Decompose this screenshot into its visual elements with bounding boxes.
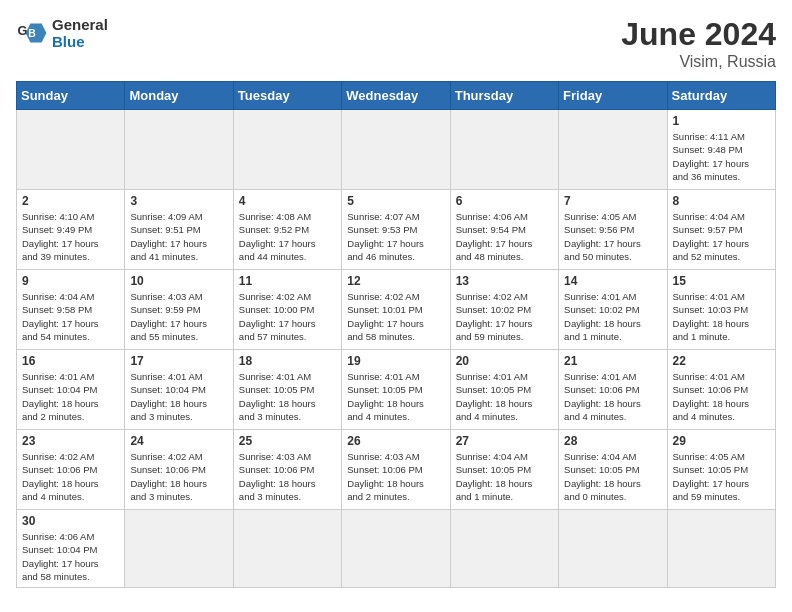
day-number: 15	[673, 274, 770, 288]
day-info: Sunrise: 4:02 AMSunset: 10:02 PMDaylight…	[456, 290, 553, 343]
calendar-cell: 27Sunrise: 4:04 AMSunset: 10:05 PMDaylig…	[450, 430, 558, 510]
day-info: Sunrise: 4:02 AMSunset: 10:06 PMDaylight…	[22, 450, 119, 503]
day-number: 5	[347, 194, 444, 208]
day-number: 17	[130, 354, 227, 368]
day-info: Sunrise: 4:08 AMSunset: 9:52 PMDaylight:…	[239, 210, 336, 263]
calendar-cell: 1Sunrise: 4:11 AMSunset: 9:48 PMDaylight…	[667, 110, 775, 190]
day-number: 7	[564, 194, 661, 208]
day-number: 30	[22, 514, 119, 528]
calendar-cell: 10Sunrise: 4:03 AMSunset: 9:59 PMDayligh…	[125, 270, 233, 350]
page-header: G B General Blue June 2024 Visim, Russia	[16, 16, 776, 71]
month-title: June 2024	[621, 16, 776, 53]
calendar-cell: 3Sunrise: 4:09 AMSunset: 9:51 PMDaylight…	[125, 190, 233, 270]
day-number: 14	[564, 274, 661, 288]
calendar-week-row: 30Sunrise: 4:06 AMSunset: 10:04 PMDaylig…	[17, 510, 776, 588]
calendar-cell: 24Sunrise: 4:02 AMSunset: 10:06 PMDaylig…	[125, 430, 233, 510]
day-number: 1	[673, 114, 770, 128]
title-area: June 2024 Visim, Russia	[621, 16, 776, 71]
day-number: 28	[564, 434, 661, 448]
calendar-cell: 25Sunrise: 4:03 AMSunset: 10:06 PMDaylig…	[233, 430, 341, 510]
day-info: Sunrise: 4:06 AMSunset: 9:54 PMDaylight:…	[456, 210, 553, 263]
day-number: 25	[239, 434, 336, 448]
calendar-cell	[233, 110, 341, 190]
day-number: 11	[239, 274, 336, 288]
calendar-week-row: 9Sunrise: 4:04 AMSunset: 9:58 PMDaylight…	[17, 270, 776, 350]
day-info: Sunrise: 4:11 AMSunset: 9:48 PMDaylight:…	[673, 130, 770, 183]
svg-text:B: B	[28, 28, 36, 39]
days-header-row: SundayMondayTuesdayWednesdayThursdayFrid…	[17, 82, 776, 110]
calendar-cell	[667, 510, 775, 588]
calendar-cell: 30Sunrise: 4:06 AMSunset: 10:04 PMDaylig…	[17, 510, 125, 588]
day-number: 22	[673, 354, 770, 368]
day-info: Sunrise: 4:03 AMSunset: 10:06 PMDaylight…	[347, 450, 444, 503]
calendar-cell: 4Sunrise: 4:08 AMSunset: 9:52 PMDaylight…	[233, 190, 341, 270]
calendar-cell: 18Sunrise: 4:01 AMSunset: 10:05 PMDaylig…	[233, 350, 341, 430]
day-number: 27	[456, 434, 553, 448]
calendar-cell: 7Sunrise: 4:05 AMSunset: 9:56 PMDaylight…	[559, 190, 667, 270]
day-info: Sunrise: 4:05 AMSunset: 9:56 PMDaylight:…	[564, 210, 661, 263]
day-number: 6	[456, 194, 553, 208]
col-header-monday: Monday	[125, 82, 233, 110]
day-info: Sunrise: 4:10 AMSunset: 9:49 PMDaylight:…	[22, 210, 119, 263]
day-info: Sunrise: 4:02 AMSunset: 10:01 PMDaylight…	[347, 290, 444, 343]
calendar-cell: 26Sunrise: 4:03 AMSunset: 10:06 PMDaylig…	[342, 430, 450, 510]
calendar-cell: 28Sunrise: 4:04 AMSunset: 10:05 PMDaylig…	[559, 430, 667, 510]
col-header-sunday: Sunday	[17, 82, 125, 110]
calendar-cell: 6Sunrise: 4:06 AMSunset: 9:54 PMDaylight…	[450, 190, 558, 270]
day-info: Sunrise: 4:01 AMSunset: 10:02 PMDaylight…	[564, 290, 661, 343]
day-info: Sunrise: 4:01 AMSunset: 10:06 PMDaylight…	[673, 370, 770, 423]
calendar-cell: 20Sunrise: 4:01 AMSunset: 10:05 PMDaylig…	[450, 350, 558, 430]
day-info: Sunrise: 4:01 AMSunset: 10:05 PMDaylight…	[239, 370, 336, 423]
calendar-cell: 17Sunrise: 4:01 AMSunset: 10:04 PMDaylig…	[125, 350, 233, 430]
day-number: 16	[22, 354, 119, 368]
calendar-week-row: 1Sunrise: 4:11 AMSunset: 9:48 PMDaylight…	[17, 110, 776, 190]
calendar-cell: 2Sunrise: 4:10 AMSunset: 9:49 PMDaylight…	[17, 190, 125, 270]
location-title: Visim, Russia	[621, 53, 776, 71]
svg-text:G: G	[18, 23, 28, 38]
day-number: 4	[239, 194, 336, 208]
day-number: 3	[130, 194, 227, 208]
day-info: Sunrise: 4:05 AMSunset: 10:05 PMDaylight…	[673, 450, 770, 503]
day-info: Sunrise: 4:04 AMSunset: 10:05 PMDaylight…	[456, 450, 553, 503]
calendar-cell	[450, 110, 558, 190]
calendar-cell: 12Sunrise: 4:02 AMSunset: 10:01 PMDaylig…	[342, 270, 450, 350]
calendar-cell: 11Sunrise: 4:02 AMSunset: 10:00 PMDaylig…	[233, 270, 341, 350]
calendar-cell: 13Sunrise: 4:02 AMSunset: 10:02 PMDaylig…	[450, 270, 558, 350]
day-info: Sunrise: 4:02 AMSunset: 10:06 PMDaylight…	[130, 450, 227, 503]
calendar-cell: 8Sunrise: 4:04 AMSunset: 9:57 PMDaylight…	[667, 190, 775, 270]
col-header-wednesday: Wednesday	[342, 82, 450, 110]
day-info: Sunrise: 4:04 AMSunset: 9:58 PMDaylight:…	[22, 290, 119, 343]
day-number: 20	[456, 354, 553, 368]
logo-icon: G B	[16, 17, 48, 49]
calendar-cell	[125, 110, 233, 190]
calendar-cell: 23Sunrise: 4:02 AMSunset: 10:06 PMDaylig…	[17, 430, 125, 510]
col-header-tuesday: Tuesday	[233, 82, 341, 110]
day-info: Sunrise: 4:01 AMSunset: 10:04 PMDaylight…	[22, 370, 119, 423]
calendar-table: SundayMondayTuesdayWednesdayThursdayFrid…	[16, 81, 776, 588]
day-info: Sunrise: 4:03 AMSunset: 9:59 PMDaylight:…	[130, 290, 227, 343]
logo-text: General Blue	[52, 16, 108, 50]
day-number: 21	[564, 354, 661, 368]
day-number: 23	[22, 434, 119, 448]
calendar-cell	[342, 510, 450, 588]
calendar-cell: 9Sunrise: 4:04 AMSunset: 9:58 PMDaylight…	[17, 270, 125, 350]
calendar-cell	[450, 510, 558, 588]
day-info: Sunrise: 4:01 AMSunset: 10:04 PMDaylight…	[130, 370, 227, 423]
calendar-cell	[125, 510, 233, 588]
calendar-cell: 14Sunrise: 4:01 AMSunset: 10:02 PMDaylig…	[559, 270, 667, 350]
calendar-cell: 16Sunrise: 4:01 AMSunset: 10:04 PMDaylig…	[17, 350, 125, 430]
day-number: 10	[130, 274, 227, 288]
calendar-week-row: 16Sunrise: 4:01 AMSunset: 10:04 PMDaylig…	[17, 350, 776, 430]
calendar-cell: 29Sunrise: 4:05 AMSunset: 10:05 PMDaylig…	[667, 430, 775, 510]
day-info: Sunrise: 4:06 AMSunset: 10:04 PMDaylight…	[22, 530, 119, 583]
day-number: 9	[22, 274, 119, 288]
day-number: 8	[673, 194, 770, 208]
col-header-saturday: Saturday	[667, 82, 775, 110]
day-number: 26	[347, 434, 444, 448]
day-info: Sunrise: 4:01 AMSunset: 10:06 PMDaylight…	[564, 370, 661, 423]
day-info: Sunrise: 4:04 AMSunset: 10:05 PMDaylight…	[564, 450, 661, 503]
logo: G B General Blue	[16, 16, 108, 50]
calendar-cell: 15Sunrise: 4:01 AMSunset: 10:03 PMDaylig…	[667, 270, 775, 350]
calendar-cell: 5Sunrise: 4:07 AMSunset: 9:53 PMDaylight…	[342, 190, 450, 270]
col-header-thursday: Thursday	[450, 82, 558, 110]
